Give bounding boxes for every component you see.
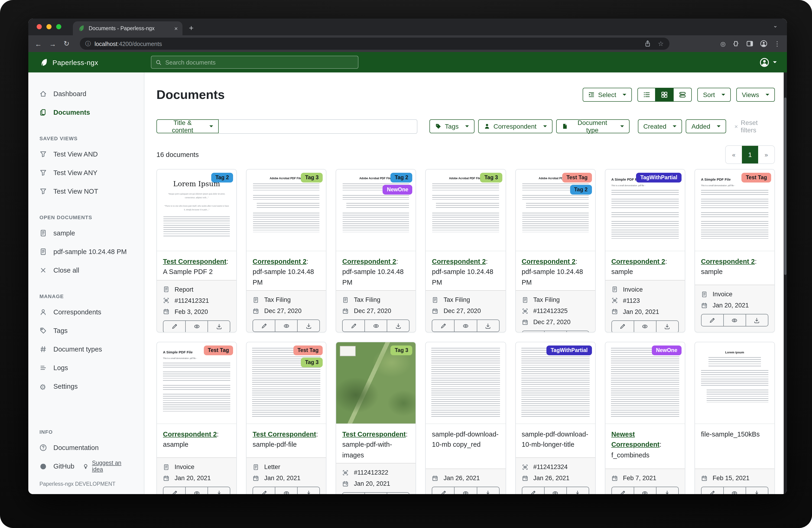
tag-badge[interactable]: Test Tag [562, 173, 592, 183]
list-view-button[interactable] [637, 88, 655, 102]
document-thumbnail[interactable]: A Simple PDF FileThis is a small demonst… [157, 342, 236, 424]
download-button[interactable] [388, 320, 410, 332]
forward-button[interactable]: → [49, 40, 56, 47]
document-title[interactable]: Correspondent 2: pdf-sample 10.24.48 PM [247, 251, 326, 290]
tag-badge[interactable]: Tag 3 [390, 345, 412, 355]
filter-document-type-button[interactable]: Document type [556, 119, 629, 133]
document-thumbnail[interactable]: Adobe Acrobat PDF FilesTag 3 [426, 170, 505, 251]
tag-badge[interactable]: Test Tag [204, 345, 233, 355]
download-button[interactable] [208, 320, 230, 332]
sidebar-item-documents[interactable]: Documents [28, 103, 144, 122]
search-input[interactable] [165, 59, 354, 66]
document-title[interactable]: Test Correspondent: sample-pdf-with-imag… [336, 424, 416, 463]
sidebar-item-tags[interactable]: Tags [28, 322, 144, 340]
address-bar[interactable]: ⓘ localhost:4200/documents ☆ [79, 38, 669, 50]
edit-button[interactable] [343, 320, 365, 332]
document-thumbnail[interactable]: Adobe Acrobat PDF FilesTag 2NewOne [336, 170, 416, 251]
app-brand[interactable]: Paperless-ngx [40, 58, 98, 67]
zoom-window-button[interactable] [56, 24, 61, 29]
view-button[interactable] [275, 487, 298, 494]
view-button[interactable] [455, 487, 477, 494]
document-thumbnail[interactable]: NewOne [605, 342, 684, 424]
tag-badge[interactable]: TagWithPartial [547, 345, 592, 355]
sidebar-item-logs[interactable]: Logs [28, 358, 144, 377]
document-title[interactable]: sample-pdf-download-10-mb-longer-title [516, 424, 595, 457]
document-title[interactable]: Correspondent 2: sample [605, 251, 684, 280]
document-thumbnail[interactable]: A Simple PDF FileThis is a small demonst… [695, 170, 774, 251]
document-title[interactable]: Test Correspondent: sample-pdf-file [247, 424, 326, 457]
edit-button[interactable] [611, 320, 634, 332]
tag-badge[interactable]: NewOne [383, 185, 412, 195]
filter-tags-button[interactable]: Tags [430, 119, 475, 133]
scrollbar[interactable] [784, 72, 787, 494]
edit-button[interactable] [522, 487, 545, 494]
view-button[interactable] [724, 487, 746, 494]
download-button[interactable] [746, 487, 768, 494]
document-thumbnail[interactable]: Tag 3 [336, 342, 416, 424]
experiments-badge-icon[interactable]: ◎ [720, 40, 726, 47]
document-thumbnail[interactable]: Adobe Acrobat PDF FilesTag 3 [247, 170, 326, 251]
suggest-an-idea-link[interactable]: Suggest an idea [83, 460, 133, 473]
document-title[interactable]: Test Correspondent: A Sample PDF 2 [157, 251, 236, 280]
reload-button[interactable]: ↻ [63, 40, 69, 48]
tag-badge[interactable]: Tag 2 [570, 185, 592, 195]
detail-view-button[interactable] [673, 88, 692, 102]
document-card[interactable]: A Simple PDF FileThis is a small demonst… [605, 169, 685, 332]
sidebar-item-pdf-sample-10-24-48-pm[interactable]: pdf-sample 10.24.48 PM [28, 242, 144, 261]
side-panel-icon[interactable] [746, 40, 754, 47]
next-page-button[interactable]: » [758, 146, 774, 163]
edit-button[interactable] [432, 487, 455, 494]
correspondent-link[interactable]: Correspondent 2 [163, 430, 217, 438]
sidebar-item-dashboard[interactable]: Dashboard [28, 85, 144, 103]
document-card[interactable]: Adobe Acrobat PDF FilesTag 3Corresponden… [425, 169, 506, 332]
edit-button[interactable] [701, 314, 724, 327]
filter-added-button[interactable]: Added [686, 119, 726, 133]
document-title[interactable]: Correspondent 2: asample [157, 424, 236, 457]
document-thumbnail[interactable]: Lorem ipsum [695, 342, 774, 424]
document-card[interactable]: NewOneNewest Correspondent: f_combinedsF… [605, 342, 685, 494]
correspondent-link[interactable]: Test Correspondent [343, 430, 406, 438]
sidebar-item-close-all[interactable]: Close all [28, 261, 144, 280]
download-button[interactable] [208, 487, 230, 494]
sort-button[interactable]: Sort [697, 88, 730, 102]
site-info-icon[interactable]: ⓘ [85, 40, 91, 47]
views-button[interactable]: Views [736, 88, 775, 102]
download-button[interactable] [567, 487, 589, 494]
sidebar-item-document-types[interactable]: Document types [28, 340, 144, 358]
edit-button[interactable] [163, 487, 186, 494]
back-button[interactable]: ← [35, 40, 42, 47]
document-card[interactable]: sample-pdf-download-10-mb copy_redJan 26… [425, 342, 506, 494]
edit-button[interactable] [701, 487, 724, 494]
download-button[interactable] [656, 320, 679, 332]
document-thumbnail[interactable]: A Simple PDF FileThis is a small demonst… [605, 170, 684, 251]
download-button[interactable] [477, 320, 499, 332]
document-title[interactable]: Correspondent 2: pdf-sample 10.24.48 PM [426, 251, 505, 290]
download-button[interactable] [746, 314, 768, 327]
correspondent-link[interactable]: Correspondent 2 [611, 258, 665, 265]
correspondent-link[interactable]: Newest Correspondent [611, 430, 659, 448]
document-card[interactable]: Test TagTag 3Test Correspondent: sample-… [246, 342, 327, 494]
tab-search-chevron-icon[interactable]: ⌄ [773, 22, 778, 29]
select-button[interactable]: Select [583, 88, 632, 102]
tag-badge[interactable]: TagWithPartial [636, 173, 682, 183]
tag-badge[interactable]: Test Tag [293, 345, 323, 355]
sidebar-item-test-view-and[interactable]: Test View AND [28, 145, 144, 163]
correspondent-link[interactable]: Correspondent 2 [701, 258, 755, 265]
close-window-button[interactable] [37, 24, 42, 29]
view-button[interactable] [365, 320, 388, 332]
document-thumbnail[interactable]: Test TagTag 3 [247, 342, 326, 424]
correspondent-link[interactable]: Correspondent 2 [252, 258, 306, 265]
edit-button[interactable] [163, 320, 186, 332]
filter-field-dropdown[interactable]: Title & content [157, 119, 219, 133]
new-tab-button[interactable]: + [189, 24, 193, 33]
filter-correspondent-button[interactable]: Correspondent [478, 119, 552, 133]
edit-button[interactable] [432, 320, 455, 332]
correspondent-link[interactable]: Test Correspondent [163, 258, 226, 265]
document-thumbnail[interactable]: Adobe Acrobat PDF FilesTest TagTag 2 [516, 170, 595, 251]
download-button[interactable] [388, 493, 410, 494]
document-title[interactable]: Correspondent 2: pdf-sample 10.24.48 PM [336, 251, 416, 290]
sidebar-item-github[interactable]: GitHubSuggest an idea [28, 457, 144, 475]
download-button[interactable] [656, 487, 679, 494]
download-button[interactable] [298, 320, 320, 332]
document-title[interactable]: file-sample_150kBs [695, 424, 774, 469]
